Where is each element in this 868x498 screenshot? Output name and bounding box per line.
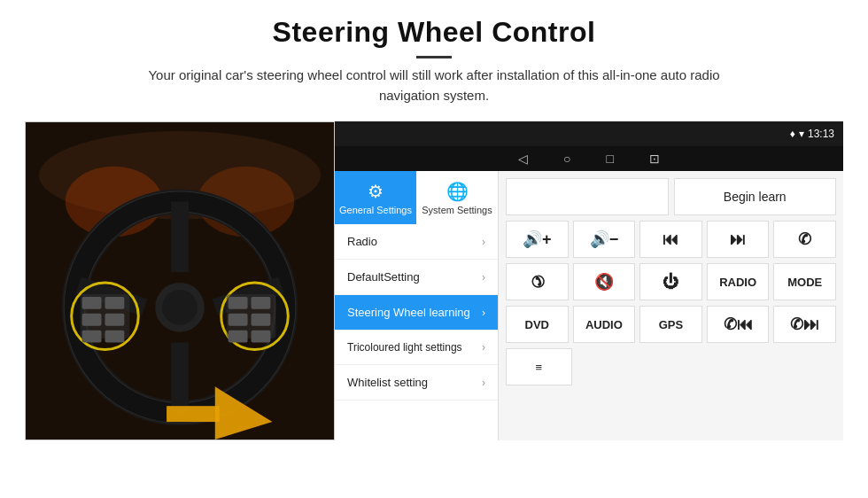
tab-general-label: General Settings [339,205,412,215]
dvd-label: DVD [525,318,549,331]
tab-general-settings[interactable]: ⚙ General Settings [335,171,416,224]
audio-label: AUDIO [585,318,623,331]
svg-rect-20 [105,331,124,343]
begin-learn-row: Begin learn [506,178,836,215]
power-icon: ⏻ [663,273,678,292]
svg-rect-15 [82,297,102,309]
svg-rect-17 [82,314,102,326]
svg-rect-23 [229,297,248,309]
status-time: 13:13 [808,128,834,140]
android-navbar: ◁ ○ □ ⊡ [335,146,843,171]
control-panel: Begin learn 🔊+ 🔊− ⏮ ⏭ [499,171,843,440]
vol-down-icon: 🔊− [590,230,619,249]
call-next-button[interactable]: ✆⏭ [773,306,836,343]
skip-prev-button[interactable]: ⏮ [639,221,702,258]
page-description: Your original car's steering wheel contr… [124,66,744,105]
wifi-icon: ▾ [799,128,804,140]
power-button[interactable]: ⏻ [639,263,702,300]
chevron-icon-whitelist: › [482,377,485,389]
hangup-icon: ✆ [525,270,548,293]
call-prev-button[interactable]: ✆⏮ [707,306,770,343]
menu-item-radio-label: Radio [347,235,377,248]
globe-tab-icon: 🌐 [446,181,469,202]
menu-icon-button[interactable]: ≡ [506,348,572,385]
tab-system-settings[interactable]: 🌐 System Settings [416,171,498,224]
empty-field [506,178,669,215]
svg-rect-24 [252,297,271,309]
vol-down-button[interactable]: 🔊− [573,221,636,258]
svg-rect-16 [105,297,124,309]
content-area: ♦ ▾ 13:13 ◁ ○ □ ⊡ ⚙ General Settings [25,121,843,440]
dvd-button[interactable]: DVD [506,306,569,343]
menu-item-steering-label: Steering Wheel learning [347,306,470,319]
chevron-icon-radio: › [482,236,485,248]
page-title: Steering Wheel Control [53,16,815,49]
audio-button[interactable]: AUDIO [573,306,636,343]
page-header: Steering Wheel Control Your original car… [0,0,868,114]
menu-item-defaultsetting[interactable]: DefaultSetting › [335,260,498,295]
home-nav-icon[interactable]: ○ [563,152,570,166]
back-nav-icon[interactable]: ◁ [518,152,528,166]
chevron-icon-default: › [482,271,485,284]
hangup-button[interactable]: ✆ [506,263,569,300]
tab-system-label: System Settings [422,205,492,215]
svg-rect-30 [167,406,220,422]
svg-rect-18 [105,314,124,326]
control-row-2: ✆ 🔇 ⏻ RADIO MODE [506,263,836,300]
vol-up-button[interactable]: 🔊+ [506,221,569,258]
control-row-4: ≡ [506,348,836,385]
menu-item-radio[interactable]: Radio › [335,224,498,260]
menu-item-whitelist[interactable]: Whitelist setting › [335,365,498,401]
status-icons: ♦ ▾ 13:13 [790,128,834,140]
menu-items-list: Radio › DefaultSetting › Steering Wheel … [335,224,498,440]
call-prev-icon: ✆⏮ [724,315,753,334]
mode-label: MODE [787,276,822,289]
radio-label: RADIO [719,276,756,289]
phone-icon: ✆ [798,230,811,249]
gps-button[interactable]: GPS [639,306,702,343]
skip-next-icon: ⏭ [730,230,746,249]
gear-tab-icon: ⚙ [368,181,384,202]
menu-panel: ⚙ General Settings 🌐 System Settings Rad… [335,171,499,440]
menu-item-defaultsetting-label: DefaultSetting [347,270,420,284]
control-row-1: 🔊+ 🔊− ⏮ ⏭ ✆ [506,221,836,258]
settings-header: ⚙ General Settings 🌐 System Settings [335,171,498,224]
menu-item-steering[interactable]: Steering Wheel learning › [335,295,498,331]
location-icon: ♦ [790,128,795,140]
header-divider [416,56,452,58]
menu-icon: ≡ [536,361,543,374]
android-statusbar: ♦ ▾ 13:13 [335,121,843,146]
call-next-icon: ✆⏭ [790,315,819,334]
screenshot-nav-icon[interactable]: ⊡ [649,152,660,166]
control-row-3: DVD AUDIO GPS ✆⏮ ✆⏭ [506,306,836,343]
skip-prev-icon: ⏮ [663,230,678,249]
recent-nav-icon[interactable]: □ [607,152,614,166]
begin-learn-button[interactable]: Begin learn [674,178,837,215]
svg-rect-28 [252,331,271,343]
skip-next-button[interactable]: ⏭ [707,221,770,258]
gps-label: GPS [659,318,683,331]
menu-item-whitelist-label: Whitelist setting [347,376,428,389]
mute-button[interactable]: 🔇 [573,263,636,300]
mode-button[interactable]: MODE [773,263,836,300]
android-ui: ♦ ▾ 13:13 ◁ ○ □ ⊡ ⚙ General Settings [335,121,843,440]
svg-point-12 [162,290,198,325]
phone-button[interactable]: ✆ [773,221,836,258]
svg-rect-26 [252,314,271,326]
chevron-icon-steering: › [482,307,485,319]
svg-rect-25 [229,314,248,326]
android-main: ⚙ General Settings 🌐 System Settings Rad… [335,171,843,440]
svg-rect-27 [229,331,248,343]
chevron-icon-tricoloured: › [482,341,485,354]
vol-up-icon: 🔊+ [523,230,552,249]
menu-item-tricoloured-label: Tricoloured light settings [347,341,462,354]
steering-wheel-image [25,121,335,440]
svg-rect-19 [82,331,102,343]
menu-item-tricoloured[interactable]: Tricoloured light settings › [335,331,498,365]
radio-button[interactable]: RADIO [707,263,770,300]
mute-icon: 🔇 [594,272,614,292]
